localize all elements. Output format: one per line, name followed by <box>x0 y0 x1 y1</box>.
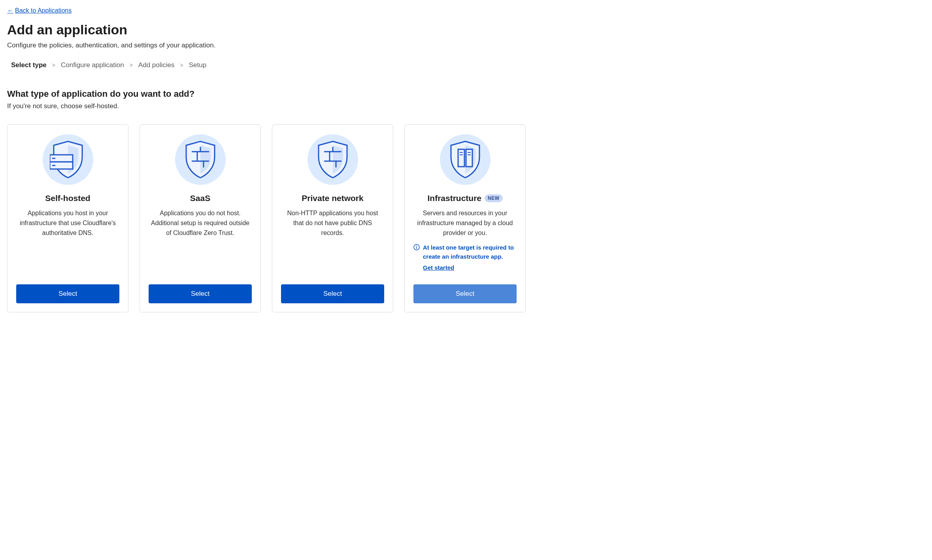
card-description: Applications you host in your infrastruc… <box>16 209 119 238</box>
back-link-label: Back to Applications <box>15 7 72 14</box>
card-private-network: Private network Non-HTTP applications yo… <box>272 124 393 312</box>
new-badge: NEW <box>485 194 503 202</box>
card-self-hosted: Self-hosted Applications you host in you… <box>7 124 128 312</box>
card-infrastructure: Infrastructure NEW Servers and resources… <box>404 124 526 312</box>
breadcrumb-step-setup[interactable]: Setup <box>189 61 206 69</box>
info-icon <box>413 244 420 250</box>
infrastructure-notice: At least one target is required to creat… <box>413 243 517 272</box>
select-self-hosted-button[interactable]: Select <box>16 284 119 303</box>
private-network-shield-icon <box>308 134 358 185</box>
breadcrumb: Select type > Configure application > Ad… <box>11 61 925 69</box>
select-infrastructure-button[interactable]: Select <box>413 284 517 303</box>
breadcrumb-separator: > <box>130 62 133 68</box>
svg-rect-22 <box>416 247 417 249</box>
svg-rect-15 <box>466 149 472 167</box>
saas-shield-icon <box>175 134 226 185</box>
back-to-applications-link[interactable]: ← Back to Applications <box>7 7 72 14</box>
card-description: Non-HTTP applications you host that do n… <box>281 209 384 238</box>
self-hosted-shield-icon <box>43 134 93 185</box>
svg-point-21 <box>416 246 417 246</box>
breadcrumb-step-add-policies[interactable]: Add policies <box>138 61 175 69</box>
card-saas: SaaS Applications you do not host. Addit… <box>140 124 261 312</box>
card-title: Private network <box>302 194 363 203</box>
breadcrumb-separator: > <box>180 62 183 68</box>
page-title: Add an application <box>7 22 925 38</box>
application-type-cards: Self-hosted Applications you host in you… <box>7 124 925 312</box>
card-title: SaaS <box>190 194 210 203</box>
svg-rect-14 <box>458 149 464 167</box>
breadcrumb-separator: > <box>52 62 55 68</box>
page-subtitle: Configure the policies, authentication, … <box>7 41 925 49</box>
breadcrumb-step-select-type[interactable]: Select type <box>11 61 47 69</box>
arrow-left-icon: ← <box>7 7 13 14</box>
breadcrumb-step-configure-application[interactable]: Configure application <box>61 61 124 69</box>
notice-text: At least one target is required to creat… <box>423 244 514 260</box>
section-hint: If you're not sure, choose self-hosted. <box>7 102 925 110</box>
get-started-link[interactable]: Get started <box>423 263 454 272</box>
card-description: Applications you do not host. Additional… <box>149 209 252 238</box>
card-description: Servers and resources in your infrastruc… <box>413 209 517 238</box>
select-private-network-button[interactable]: Select <box>281 284 384 303</box>
section-title: What type of application do you want to … <box>7 89 925 99</box>
card-title: Self-hosted <box>45 194 90 203</box>
select-saas-button[interactable]: Select <box>149 284 252 303</box>
infrastructure-shield-icon <box>440 134 491 185</box>
card-title: Infrastructure <box>427 194 481 203</box>
